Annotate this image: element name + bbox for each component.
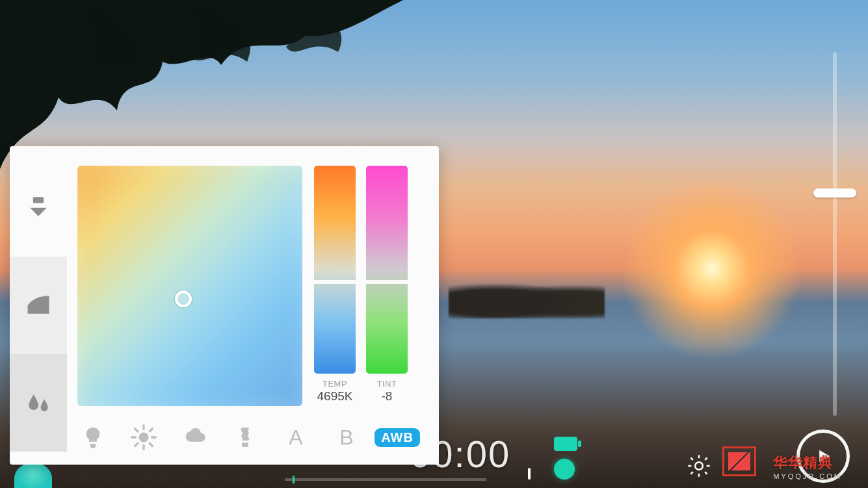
svg-point-0 — [695, 462, 703, 470]
svg-rect-1 — [33, 197, 44, 203]
preset-sunny[interactable] — [128, 422, 159, 453]
preset-fluorescent[interactable] — [230, 422, 261, 453]
focus-scale[interactable] — [285, 478, 486, 481]
preset-cloudy[interactable] — [179, 422, 210, 453]
svg-line-7 — [135, 429, 138, 431]
wb-sidebar — [10, 146, 67, 465]
camera-viewport: 00:00 — [0, 0, 868, 488]
picker-icon — [24, 192, 53, 221]
svg-line-9 — [150, 429, 152, 431]
tint-slider-thumb[interactable] — [366, 280, 408, 284]
temperature-label: TEMP — [314, 379, 356, 389]
curve-icon — [24, 291, 53, 320]
preset-custom-b[interactable]: B — [331, 422, 362, 453]
awb-badge: AWB — [375, 428, 420, 447]
wb-preset-row: A B AWB — [77, 420, 413, 454]
cloud-icon — [181, 424, 207, 450]
bulb-icon — [80, 424, 106, 450]
sun-icon — [131, 424, 157, 450]
tint-value: -8 — [358, 389, 416, 404]
pad-cursor[interactable] — [175, 290, 192, 307]
play-icon — [814, 447, 832, 465]
tint-slider[interactable] — [366, 166, 408, 374]
wb-tab-tint[interactable] — [10, 354, 67, 452]
droplets-icon — [24, 389, 53, 417]
color-temperature-pad[interactable] — [77, 166, 302, 406]
svg-point-2 — [139, 433, 149, 443]
wb-tab-curve[interactable] — [10, 257, 67, 354]
exposure-slider-track[interactable] — [833, 52, 837, 416]
temperature-slider[interactable] — [314, 166, 356, 374]
preset-incandescent[interactable] — [77, 422, 109, 453]
watermark-logo — [722, 446, 756, 476]
tint-label: TINT — [366, 379, 408, 389]
record-button[interactable] — [796, 430, 850, 483]
horizon-rocks — [449, 279, 605, 318]
svg-line-10 — [135, 443, 138, 446]
settings-button[interactable] — [683, 450, 715, 482]
svg-line-8 — [150, 443, 152, 446]
preset-awb[interactable]: AWB — [382, 422, 413, 453]
preset-custom-a[interactable]: A — [280, 422, 311, 453]
gear-icon — [686, 453, 712, 479]
level-indicator[interactable] — [554, 459, 575, 480]
wb-tab-picker[interactable] — [10, 171, 67, 242]
scale-tick — [528, 468, 531, 480]
temperature-slider-thumb[interactable] — [314, 280, 356, 284]
cfl-icon — [232, 424, 258, 450]
battery-icon — [554, 437, 581, 451]
exposure-slider-thumb[interactable] — [813, 188, 856, 198]
temperature-value: 4695K — [306, 389, 364, 404]
white-balance-panel: TEMP 4695K TINT -8 — [10, 146, 439, 465]
